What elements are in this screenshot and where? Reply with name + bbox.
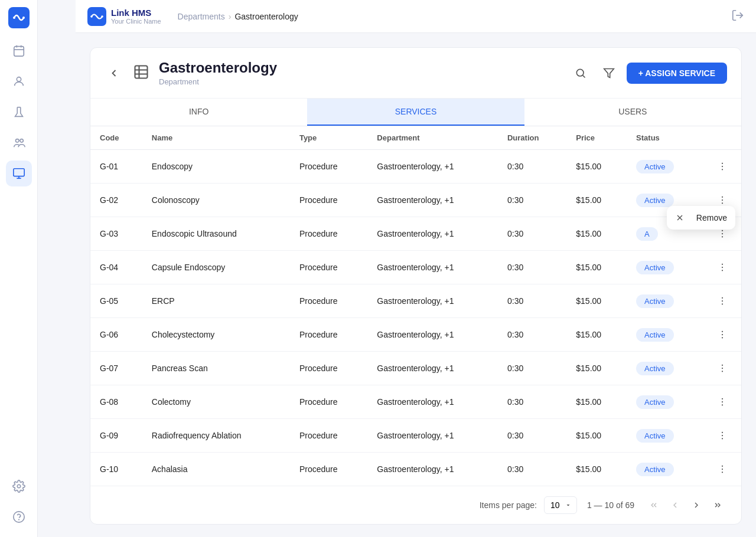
pagination-controls <box>644 496 727 515</box>
sidebar-item-lab[interactable] <box>6 99 32 125</box>
cell-duration: 0:30 <box>498 217 566 251</box>
cell-actions <box>703 352 741 385</box>
dots-vertical-icon <box>717 430 728 441</box>
svg-point-15 <box>13 512 24 522</box>
search-button[interactable] <box>570 63 591 84</box>
row-menu-button[interactable] <box>713 258 732 277</box>
cell-status: Active <box>627 419 703 453</box>
row-menu-button[interactable] <box>713 325 732 344</box>
gear-icon <box>12 480 25 493</box>
pagination-next-button[interactable] <box>687 496 706 515</box>
table-row: G-02 Colonoscopy Procedure Gastroenterol… <box>90 184 741 217</box>
status-badge: Active <box>636 429 673 443</box>
items-per-page-label: Items per page: <box>480 500 537 510</box>
breadcrumb-current: Gastroenterology <box>234 12 298 21</box>
tab-users[interactable]: USERS <box>524 99 741 126</box>
title-block: Gastroenterology Department <box>159 60 561 86</box>
cell-type: Procedure <box>290 352 367 385</box>
svg-point-55 <box>722 466 723 467</box>
logout-button[interactable] <box>731 9 744 24</box>
table-row: G-08 Colectomy Procedure Gastroenterolog… <box>90 385 741 419</box>
cell-name: Capsule Endoscopy <box>142 251 290 284</box>
cell-type: Procedure <box>290 284 367 318</box>
dots-vertical-icon <box>717 397 728 407</box>
context-menu-remove-button[interactable]: Remove <box>693 212 731 224</box>
tab-info[interactable]: INFO <box>90 99 307 126</box>
row-menu-button[interactable] <box>713 292 732 310</box>
sidebar-item-team[interactable] <box>6 130 32 156</box>
sidebar-item-help[interactable] <box>6 504 32 530</box>
col-status: Status <box>627 126 703 150</box>
cell-name: Colonoscopy <box>142 184 290 217</box>
cell-type: Procedure <box>290 419 367 453</box>
cell-status: Active <box>627 251 703 284</box>
filter-icon <box>603 67 615 79</box>
cell-type: Procedure <box>290 184 367 217</box>
tab-bar: INFO SERVICES USERS <box>90 99 741 126</box>
svg-rect-3 <box>14 47 24 57</box>
pagination-prev-button[interactable] <box>666 496 685 515</box>
col-type: Type <box>290 126 367 150</box>
tab-services[interactable]: SERVICES <box>307 99 524 126</box>
dots-vertical-icon <box>717 363 728 374</box>
close-icon <box>675 213 685 222</box>
svg-point-37 <box>722 264 723 265</box>
svg-point-57 <box>722 471 723 473</box>
svg-point-56 <box>722 469 723 470</box>
svg-rect-21 <box>135 66 148 78</box>
cell-code: G-02 <box>90 184 142 217</box>
cell-status: Active <box>627 284 703 318</box>
dots-vertical-icon <box>717 161 728 172</box>
topbar-logo: Link HMS Your Clinic Name <box>87 7 161 26</box>
main-content: Gastroenterology Department <box>76 33 756 537</box>
svg-point-36 <box>722 236 723 237</box>
breadcrumb-separator: › <box>229 12 232 21</box>
row-menu-button[interactable] <box>713 359 732 378</box>
sidebar-item-patients[interactable] <box>6 68 32 94</box>
status-badge: Active <box>636 395 673 409</box>
svg-point-49 <box>722 398 723 400</box>
svg-point-10 <box>19 139 23 143</box>
per-page-select[interactable]: 5 10 25 50 <box>544 496 577 514</box>
cell-duration: 0:30 <box>498 284 566 318</box>
col-code: Code <box>90 126 142 150</box>
assign-service-button[interactable]: + ASSIGN SERVICE <box>627 63 727 84</box>
table-body: G-01 Endoscopy Procedure Gastroenterolog… <box>90 150 741 486</box>
filter-button[interactable] <box>598 63 620 84</box>
svg-point-45 <box>722 337 723 338</box>
row-menu-button[interactable] <box>713 460 732 479</box>
breadcrumb-parent[interactable]: Departments <box>178 12 225 21</box>
chevron-double-right-icon <box>713 500 722 510</box>
brand-name: Link HMS <box>111 8 161 18</box>
cell-price: $15.00 <box>566 453 627 486</box>
sidebar-logo <box>8 7 30 28</box>
cell-actions <box>703 385 741 419</box>
cell-department: Gastroenterology, +1 <box>367 217 498 251</box>
pagination-info: 1 — 10 of 69 <box>584 500 637 510</box>
pagination-last-button[interactable] <box>708 496 727 515</box>
row-menu-button[interactable] <box>713 157 732 176</box>
status-badge: Active <box>636 261 673 274</box>
chevron-left-icon <box>670 500 680 510</box>
page-subtitle: Department <box>159 77 561 86</box>
svg-point-54 <box>722 438 723 439</box>
svg-point-32 <box>722 199 723 201</box>
row-menu-button[interactable] <box>713 392 732 411</box>
row-menu-button[interactable] <box>713 426 732 445</box>
sidebar-item-calendar[interactable] <box>6 38 32 64</box>
cell-type: Procedure <box>290 150 367 184</box>
header-actions: + ASSIGN SERVICE <box>570 63 727 84</box>
svg-point-31 <box>722 197 723 198</box>
sidebar-item-monitor[interactable] <box>6 161 32 186</box>
cell-status: Active <box>627 150 703 184</box>
context-menu-close-button[interactable] <box>672 209 688 226</box>
cell-department: Gastroenterology, +1 <box>367 251 498 284</box>
sidebar-item-settings[interactable] <box>6 473 32 499</box>
dots-vertical-icon <box>717 195 728 205</box>
pagination-first-button[interactable] <box>644 496 663 515</box>
pagination-bar: Items per page: 5 10 25 50 1 — 10 of 69 <box>90 486 741 524</box>
cell-type: Procedure <box>290 318 367 352</box>
back-button[interactable] <box>105 64 123 83</box>
svg-point-41 <box>722 300 723 302</box>
svg-point-52 <box>722 432 723 433</box>
